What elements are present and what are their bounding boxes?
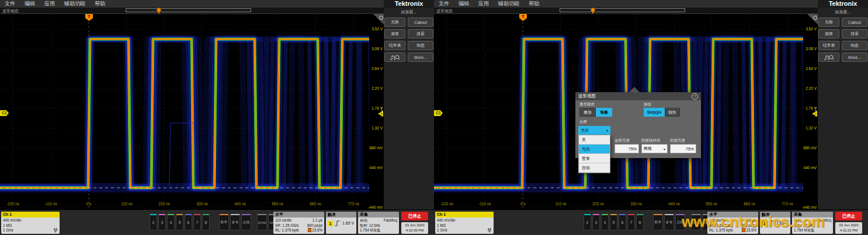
graticule-intensity-input[interactable]: 75%	[670, 144, 696, 153]
probe-icon	[487, 228, 492, 233]
channel-button-3[interactable]: 3	[592, 214, 600, 230]
sinx-toggle[interactable]: Sin(x)/x	[644, 108, 665, 117]
channel1-badge[interactable]: Ch 1 440 mV/div 1 MΩ 1 GHz	[435, 212, 494, 234]
panel-splitter-grip[interactable]	[815, 107, 817, 117]
voltage-label: 3.08 V	[800, 47, 817, 51]
persistence-option-无穷[interactable]: 无穷	[579, 145, 610, 154]
time-label: 110 ns	[114, 202, 140, 206]
sidebar-button-zoom-waveform[interactable]	[818, 52, 839, 62]
aux-button-总线[interactable]: 总线	[241, 214, 251, 230]
channel1-bandwidth: 1 GHz	[437, 228, 447, 233]
persistence-option-关[interactable]: 关	[579, 135, 610, 145]
sidebar-button-search[interactable]: 搜索	[408, 29, 433, 38]
aux-button-参考[interactable]: 参考	[664, 214, 674, 230]
acquisition-mode: 自动,	[360, 218, 368, 223]
acquisition-badge[interactable]: 采集 自动, FastAcq 取样: 12 bits 1.754 M采集	[358, 212, 399, 234]
sidebar-button-plot[interactable]: 绘图	[842, 41, 867, 50]
sidebar-button-cursors[interactable]: 光标	[384, 17, 405, 27]
channel-button-5[interactable]: 5	[176, 214, 183, 230]
sidebar-button-results-table[interactable]: 结果表	[818, 41, 839, 50]
sidebar-button-results-table[interactable]: 结果表	[384, 41, 405, 50]
menubar: 文件编辑应用辅助功能帮助	[0, 0, 384, 8]
stacked-toggle[interactable]: 堆叠	[596, 108, 612, 117]
menu-item-辅助功能[interactable]: 辅助功能	[64, 0, 85, 8]
sidebar-button-callout[interactable]: Callout	[842, 17, 867, 27]
trigger-position-pin[interactable]	[157, 8, 161, 12]
run-stop-button[interactable]: 已停止	[835, 212, 862, 220]
menu-item-文件[interactable]: 文件	[439, 0, 449, 8]
persistence-dropdown[interactable]: 无穷 ▾	[578, 126, 610, 135]
oscilloscope-screen: 文件编辑应用辅助功能帮助 Tektronix 波形视图 3.52 V3.08 V…	[434, 0, 868, 235]
run-stop-button[interactable]: 已停止	[401, 212, 428, 220]
menu-item-应用[interactable]: 应用	[478, 0, 489, 8]
aux-button-数学[interactable]: 数学	[219, 214, 229, 230]
menu-item-应用[interactable]: 应用	[44, 0, 55, 8]
sidebar-button-measure[interactable]: 测量	[384, 29, 405, 38]
voltage-label: 3.08 V	[366, 47, 383, 51]
channel-button-8[interactable]: 8	[202, 214, 210, 230]
channel-button-7[interactable]: 7	[193, 214, 201, 230]
datetime-box: 03 Jun 2020 4:11:21 PM	[835, 222, 862, 234]
voltage-label: 1.76 V	[800, 106, 817, 110]
menu-item-文件[interactable]: 文件	[5, 0, 15, 8]
panel-splitter-grip[interactable]	[381, 107, 383, 117]
aux-button-DVM[interactable]: DVM	[257, 214, 267, 230]
sidebar-button-search[interactable]: 搜索	[842, 29, 867, 38]
voltage-label: 2.20 V	[366, 86, 383, 90]
sidebar-button-zoom-waveform[interactable]	[384, 52, 405, 62]
channel-button-8[interactable]: 8	[636, 214, 644, 230]
aux-button-参考[interactable]: 参考	[230, 214, 240, 230]
channel-button-2[interactable]: 2	[584, 214, 591, 230]
channel-button-6[interactable]: 6	[185, 214, 192, 230]
voltage-label: 880 mV	[800, 146, 817, 150]
channel-button-2[interactable]: 2	[150, 214, 157, 230]
sidebar-button-plot[interactable]: 绘图	[408, 41, 433, 50]
channel1-impedance: 1 MΩ	[437, 223, 492, 229]
voltage-label: 1.32 V	[366, 126, 383, 130]
time-text: 4:10:35 PM	[401, 228, 428, 233]
channel1-scale: 440 mV/div	[437, 218, 492, 223]
waveform-intensity-input[interactable]: 75%	[614, 144, 639, 153]
channel-button-4[interactable]: 4	[601, 214, 609, 230]
acquisition-pan-scrollbar[interactable]	[126, 8, 251, 12]
sidebar-button-more[interactable]: More...	[842, 52, 867, 62]
overlay-toggle[interactable]: 叠加	[579, 108, 596, 117]
waveform-display-area[interactable]: 3.52 V3.08 V2.64 V2.20 V1.76 V1.32 V880 …	[0, 13, 384, 209]
trigger-source-badge: 1	[328, 221, 333, 226]
sidebar-button-cursors[interactable]: 光标	[818, 17, 839, 27]
persistence-option-变量[interactable]: 变量	[579, 154, 610, 163]
channel-button-3[interactable]: 3	[158, 214, 166, 230]
brand-text: Tektronix	[829, 0, 857, 7]
menu-item-编辑[interactable]: 编辑	[459, 0, 469, 8]
graticule-style-dropdown[interactable]: 网格 ▾	[641, 144, 668, 153]
help-icon[interactable]: ?	[692, 93, 698, 100]
trigger-position-pin[interactable]	[591, 8, 595, 12]
voltage-label: 3.52 V	[366, 27, 383, 31]
sidebar-button-callout[interactable]: Callout	[408, 17, 433, 27]
horizontal-badge[interactable]: 水平 110 ns/div SR: 1.25 GS/s RL: 1.375 kp…	[273, 212, 324, 234]
channel1-badge[interactable]: Ch 1 440 mV/div 1 MΩ 1 GHz	[1, 212, 60, 234]
sidebar-button-measure[interactable]: 测量	[818, 29, 839, 38]
aux-button-数学[interactable]: 数学	[653, 214, 663, 230]
menu-item-辅助功能[interactable]: 辅助功能	[498, 0, 519, 8]
menu-item-帮助[interactable]: 帮助	[95, 0, 105, 8]
channel-button-6[interactable]: 6	[619, 214, 626, 230]
persistence-option-自动[interactable]: 自动	[579, 163, 610, 173]
channel-button-5[interactable]: 5	[610, 214, 617, 230]
menubar: 文件编辑应用辅助功能帮助	[434, 0, 818, 8]
time-label: -220 ns	[0, 202, 26, 206]
menu-item-编辑[interactable]: 编辑	[25, 0, 35, 8]
dialog-pointer	[629, 87, 640, 92]
acquisition-pan-scrollbar[interactable]	[560, 8, 685, 12]
channel-button-4[interactable]: 4	[167, 214, 175, 230]
channel-button-7[interactable]: 7	[627, 214, 635, 230]
channel1-title: Ch 1	[435, 212, 494, 218]
sidebar-button-more[interactable]: More...	[408, 52, 433, 62]
sidebar: 添加新... 光标Callout测量搜索结果表绘图More...	[384, 8, 434, 209]
time-label: 660 ns	[303, 202, 328, 206]
menu-item-帮助[interactable]: 帮助	[529, 0, 539, 8]
linear-toggle[interactable]: 线性	[665, 108, 680, 117]
trigger-badge[interactable]: 触发 1 1.65 V	[326, 212, 356, 234]
acquisition-bits: 取样: 12 bits	[360, 223, 397, 229]
datetime-box: 03 Jun 2020 4:10:35 PM	[401, 222, 428, 234]
